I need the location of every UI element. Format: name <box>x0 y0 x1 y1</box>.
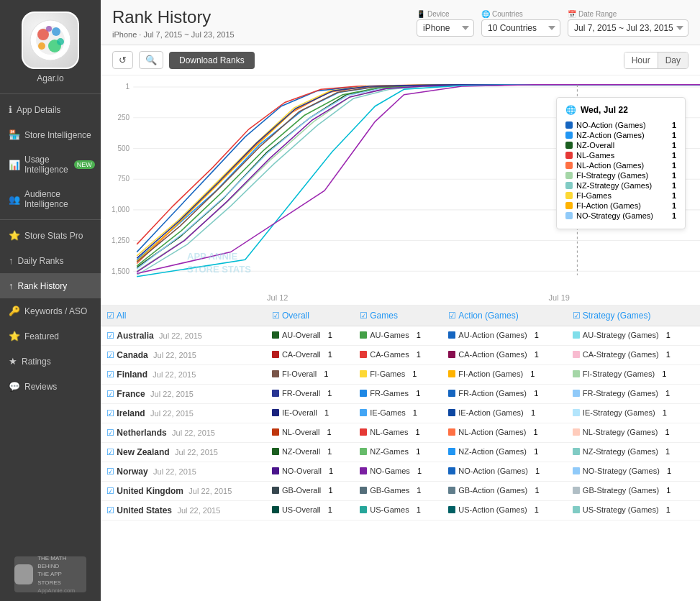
day-button[interactable]: Day <box>658 52 688 68</box>
overall-cell: FR-Overall 1 <box>266 385 354 404</box>
country-cell: ☑ Ireland Jul 22, 2015 <box>101 404 266 423</box>
games-cell: CA-Games 1 <box>354 346 442 365</box>
countries-control: 🌐 Countries 10 Countries All Countries <box>481 10 560 37</box>
app-name: Agar.io <box>37 73 63 83</box>
table-row[interactable]: ☑ United Kingdom Jul 22, 2015 GB-Overall… <box>101 482 700 501</box>
app-logo <box>22 12 79 69</box>
data-table-area: ☑All ☑Overall ☑Games ☑Action (Games) ☑St… <box>101 306 700 601</box>
sidebar-item-app-details[interactable]: ℹ App Details <box>0 97 101 122</box>
svg-point-6 <box>46 26 52 32</box>
svg-text:1,500: 1,500 <box>112 267 129 275</box>
col-action[interactable]: ☑Action (Games) <box>442 306 567 326</box>
table-row[interactable]: ☑ Finland Jul 22, 2015 FI-Overall 1 FI-G… <box>101 365 700 385</box>
strategy-cell: FI-Strategy (Games) 1 <box>567 365 700 385</box>
svg-point-5 <box>38 42 45 50</box>
table-row[interactable]: ☑ Norway Jul 22, 2015 NO-Overall 1 NO-Ga… <box>101 462 700 482</box>
sidebar-item-audience-intelligence[interactable]: 👥 Audience Intelligence <box>0 182 101 216</box>
hour-day-toggle: Hour Day <box>624 52 688 69</box>
sidebar-item-store-stats-pro[interactable]: ⭐ Store Stats Pro <box>0 223 101 248</box>
table-header: ☑All ☑Overall ☑Games ☑Action (Games) ☑St… <box>101 306 700 326</box>
games-cell: NL-Games 1 <box>354 423 442 443</box>
table-row[interactable]: ☑ Australia Jul 22, 2015 AU-Overall 1 AU… <box>101 326 700 346</box>
header-subtitle: iPhone · Jul 7, 2015 ~ Jul 23, 2015 <box>112 30 235 39</box>
col-all[interactable]: ☑All <box>101 306 266 326</box>
strategy-cell: AU-Strategy (Games) 1 <box>567 326 700 346</box>
strategy-cell: NZ-Strategy (Games) 1 <box>567 443 700 462</box>
col-overall[interactable]: ☑Overall <box>266 306 354 326</box>
games-cell: NO-Games 1 <box>354 462 442 482</box>
overall-cell: GB-Overall 1 <box>266 482 354 501</box>
refresh-button[interactable]: ↺ <box>112 51 133 69</box>
sidebar-item-usage-intelligence[interactable]: 📊 Usage Intelligence NEW <box>0 147 101 182</box>
info-icon: ℹ <box>9 104 12 115</box>
games-cell: FR-Games 1 <box>354 385 442 404</box>
svg-text:1: 1 <box>126 83 130 91</box>
device-select[interactable]: iPhone iPad <box>417 19 474 37</box>
games-cell: GB-Games 1 <box>354 482 442 501</box>
games-cell: NZ-Games 1 <box>354 443 442 462</box>
table-row[interactable]: ☑ France Jul 22, 2015 FR-Overall 1 FR-Ga… <box>101 385 700 404</box>
sidebar-item-featured[interactable]: ⭐ Featured <box>0 324 101 349</box>
chart-icon: 📊 <box>9 160 20 170</box>
table-row[interactable]: ☑ Netherlands Jul 22, 2015 NL-Overall 1 … <box>101 423 700 443</box>
countries-label: 🌐 Countries <box>481 10 523 18</box>
star-icon: ⭐ <box>9 230 20 241</box>
overall-cell: NL-Overall 1 <box>266 423 354 443</box>
hour-button[interactable]: Hour <box>624 52 658 68</box>
tooltip-rows: NO-Action (Games) 1 NZ-Action (Games) 1 … <box>565 121 676 220</box>
sidebar-item-store-intelligence[interactable]: 🏪 Store Intelligence <box>0 122 101 147</box>
sidebar-item-keywords-aso[interactable]: 🔑 Keywords / ASO <box>0 298 101 324</box>
action-cell: NL-Action (Games) 1 <box>442 423 567 443</box>
tooltip-date: Wed, Jul 22 <box>581 105 628 115</box>
sidebar-footer: THE MATH BEHIND THE APP STORES AppAnnie.… <box>6 548 95 601</box>
tooltip-row: NZ-Overall 1 <box>565 141 676 150</box>
overall-cell: IE-Overall 1 <box>266 404 354 423</box>
tooltip-row: NZ-Strategy (Games) 1 <box>565 181 676 190</box>
tooltip-row: FI-Strategy (Games) 1 <box>565 171 676 180</box>
date-range-select[interactable]: Jul 7, 2015 ~ Jul 23, 2015 <box>568 19 688 37</box>
rank-chart: 1 250 500 750 1,000 1,250 1,500 <box>101 75 700 306</box>
device-control: 📱 Device iPhone iPad <box>417 10 474 37</box>
sidebar-item-rank-history[interactable]: ↑ Rank History <box>0 273 101 298</box>
sidebar-item-reviews[interactable]: 💬 Reviews <box>0 374 101 399</box>
table-row[interactable]: ☑ Ireland Jul 22, 2015 IE-Overall 1 IE-G… <box>101 404 700 423</box>
col-strategy[interactable]: ☑Strategy (Games) <box>567 306 700 326</box>
country-cell: ☑ France Jul 22, 2015 <box>101 385 266 404</box>
overall-cell: US-Overall 1 <box>266 501 354 520</box>
chart-toolbar: ↺ 🔍 Download Ranks Hour Day <box>101 45 700 75</box>
overall-cell: FI-Overall 1 <box>266 365 354 385</box>
games-cell: US-Games 1 <box>354 501 442 520</box>
action-cell: NZ-Action (Games) 1 <box>442 443 567 462</box>
table-row[interactable]: ☑ Canada Jul 22, 2015 CA-Overall 1 CA-Ga… <box>101 346 700 365</box>
tooltip-row: NZ-Action (Games) 1 <box>565 131 676 139</box>
overall-cell: CA-Overall 1 <box>266 346 354 365</box>
date-range-control: 📅 Date Range Jul 7, 2015 ~ Jul 23, 2015 <box>568 10 688 37</box>
ratings-icon: ★ <box>9 356 17 367</box>
action-cell: AU-Action (Games) 1 <box>442 326 567 346</box>
countries-select[interactable]: 10 Countries All Countries <box>481 19 560 37</box>
table-row[interactable]: ☑ United States Jul 22, 2015 US-Overall … <box>101 501 700 520</box>
strategy-cell: CA-Strategy (Games) 1 <box>567 346 700 365</box>
svg-text:750: 750 <box>117 175 129 183</box>
svg-text:1,000: 1,000 <box>112 206 129 214</box>
zoom-button[interactable]: 🔍 <box>139 51 163 69</box>
svg-text:500: 500 <box>117 144 129 152</box>
country-cell: ☑ Norway Jul 22, 2015 <box>101 462 266 482</box>
arrow-up-icon: ↑ <box>9 255 14 266</box>
sidebar-item-ratings[interactable]: ★ Ratings <box>0 349 101 374</box>
tooltip-row: NO-Action (Games) 1 <box>565 121 676 129</box>
country-cell: ☑ United Kingdom Jul 22, 2015 <box>101 482 266 501</box>
table-row[interactable]: ☑ New Zealand Jul 22, 2015 NZ-Overall 1 … <box>101 443 700 462</box>
tooltip-row: NO-Strategy (Games) 1 <box>565 211 676 220</box>
svg-text:250: 250 <box>117 114 129 121</box>
sidebar-item-daily-ranks[interactable]: ↑ Daily Ranks <box>0 248 101 273</box>
download-ranks-button[interactable]: Download Ranks <box>169 52 255 69</box>
globe-icon: 🌐 <box>565 105 576 115</box>
col-games[interactable]: ☑Games <box>354 306 442 326</box>
tooltip-header: 🌐 Wed, Jul 22 <box>565 105 676 115</box>
device-icon: 📱 <box>417 10 425 18</box>
header-left: Rank History iPhone · Jul 7, 2015 ~ Jul … <box>112 7 235 39</box>
page-header: Rank History iPhone · Jul 7, 2015 ~ Jul … <box>101 0 700 45</box>
new-badge: NEW <box>74 160 95 169</box>
store-icon: 🏪 <box>9 129 20 140</box>
